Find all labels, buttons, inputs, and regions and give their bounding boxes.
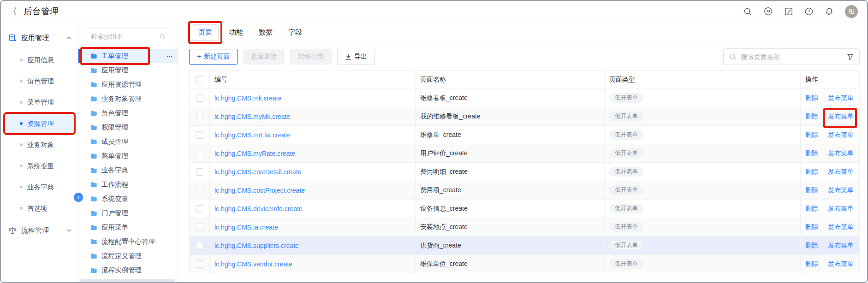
- delete-link[interactable]: 删除: [805, 260, 818, 268]
- row-checkbox[interactable]: [196, 168, 203, 176]
- group-item-app-management[interactable]: 应用管理: [78, 63, 178, 77]
- filter-icon[interactable]: [847, 53, 854, 60]
- delete-link[interactable]: 删除: [805, 131, 818, 139]
- page-name: 用户评价_create: [420, 149, 468, 158]
- page-code-link[interactable]: lc.hghg.CMS.costDetail.create: [214, 168, 301, 176]
- page-code-link[interactable]: lc.hghg.CMS.costProject.create: [214, 187, 305, 194]
- group-item-process-definition-management[interactable]: 流程定义管理: [78, 249, 178, 263]
- page-code-link[interactable]: lc.hghg.CMS.vendor.create: [214, 260, 292, 268]
- group-item-label: 业务对象管理: [101, 94, 142, 103]
- sidebar-section-app-management[interactable]: 应用管理: [1, 28, 78, 48]
- delete-link[interactable]: 删除: [805, 223, 818, 231]
- delete-link[interactable]: 删除: [805, 168, 818, 176]
- delete-link[interactable]: 删除: [805, 205, 818, 213]
- row-checkbox[interactable]: [196, 260, 203, 268]
- action-divider: [823, 242, 823, 248]
- delete-link[interactable]: 删除: [805, 149, 818, 158]
- publish-menu-link[interactable]: 发布菜单: [828, 168, 854, 176]
- page-code-link[interactable]: lc.hghg.CMS.myRate.create: [214, 150, 295, 157]
- horizontal-scrollbar[interactable]: [80, 279, 175, 282]
- sidebar-item-app-info[interactable]: 应用信息: [5, 51, 74, 69]
- action-divider: [823, 113, 823, 119]
- sidebar-item-preferences[interactable]: 首选项: [5, 199, 74, 218]
- page-type-cell: 低开表单: [605, 218, 801, 236]
- group-item-menu-management[interactable]: 菜单管理: [78, 149, 178, 163]
- group-item-permission-management[interactable]: 权限管理: [78, 120, 178, 135]
- select-all-checkbox[interactable]: [196, 76, 203, 83]
- ai-assistant-icon[interactable]: AI: [763, 6, 773, 16]
- group-item-app-menu[interactable]: 应用菜单: [78, 220, 178, 235]
- sidebar-item-menu-management[interactable]: 菜单管理: [5, 93, 74, 112]
- group-item-process-config-center-management[interactable]: 流程配置中心管理: [78, 235, 178, 249]
- page-code-link[interactable]: lc.hghg.CMS.mk.create: [214, 94, 282, 102]
- group-item-portal-management[interactable]: 门户管理: [78, 206, 178, 220]
- sidebar-item-system-variables[interactable]: 系统变量: [5, 157, 74, 175]
- page-code-link[interactable]: lc.hghg.CMS.suppliers.create: [214, 242, 299, 249]
- back-button[interactable]: 〈: [8, 7, 17, 16]
- group-search-input[interactable]: [90, 32, 156, 41]
- publish-menu-link[interactable]: 发布菜单: [828, 94, 854, 102]
- help-icon[interactable]: ?: [804, 7, 814, 16]
- search-icon[interactable]: [743, 7, 752, 16]
- row-checkbox[interactable]: [196, 113, 203, 120]
- publish-menu-link[interactable]: 发布菜单: [828, 223, 854, 231]
- export-button[interactable]: 导出: [337, 49, 375, 65]
- sidebar-section-process-management[interactable]: 流程管理: [1, 220, 78, 241]
- page-body: 应用管理 应用信息角色管理菜单管理资源管理业务对象系统变量业务字典首选项 流程管…: [1, 22, 867, 283]
- page-code-link[interactable]: lc.hghg.CMS.myMk.create: [214, 113, 290, 120]
- group-item-app-resource-management[interactable]: 应用资源管理: [78, 77, 178, 92]
- delete-link[interactable]: 删除: [805, 242, 818, 250]
- page-code-link[interactable]: lc.hghg.CMS.ia.create: [214, 224, 278, 231]
- group-item-business-dictionary[interactable]: 业务字典: [78, 163, 178, 177]
- row-checkbox[interactable]: [196, 242, 203, 249]
- page-code-link[interactable]: lc.hghg.CMS.mrList.create: [214, 131, 291, 139]
- row-checkbox[interactable]: [196, 131, 203, 139]
- page-code-link[interactable]: lc.hghg.CMS.deviceInfo.create: [214, 205, 303, 212]
- sidebar-item-business-object[interactable]: 业务对象: [5, 136, 74, 154]
- group-item-system-variables[interactable]: 系统变量: [78, 192, 178, 206]
- delete-link[interactable]: 删除: [805, 112, 818, 121]
- export-label: 导出: [354, 53, 367, 61]
- publish-menu-link[interactable]: 发布菜单: [828, 205, 854, 213]
- group-item-business-object-management[interactable]: 业务对象管理: [78, 92, 178, 106]
- tab-bar: 页面功能数据字段: [178, 22, 867, 43]
- tab-fields[interactable]: 字段: [288, 28, 302, 37]
- group-item-work-order-management[interactable]: 工单管理●●●: [78, 49, 178, 63]
- sidebar-item-business-dictionary[interactable]: 业务字典: [5, 178, 74, 196]
- page-search-input[interactable]: [740, 53, 843, 61]
- publish-menu-link[interactable]: 发布菜单: [828, 260, 854, 268]
- publish-menu-link[interactable]: 发布菜单: [828, 131, 854, 139]
- group-item-process-instance-management[interactable]: 流程实例管理: [78, 263, 178, 277]
- collapse-panel-button[interactable]: ‹: [74, 193, 83, 202]
- publish-menu-link[interactable]: 发布菜单: [828, 242, 854, 250]
- row-checkbox-cell: [190, 144, 210, 162]
- group-item-member-management[interactable]: 成员管理: [78, 135, 178, 149]
- transfer-group-button[interactable]: 转移分组: [290, 49, 332, 65]
- sidebar-item-role-management[interactable]: 角色管理: [5, 72, 74, 90]
- publish-menu-link[interactable]: 发布菜单: [828, 112, 854, 121]
- row-checkbox[interactable]: [196, 224, 203, 231]
- notification-bell-icon[interactable]: [825, 7, 834, 16]
- row-checkbox[interactable]: [196, 94, 203, 102]
- batch-delete-button[interactable]: 批量删除: [243, 49, 285, 65]
- row-checkbox[interactable]: [196, 187, 203, 194]
- more-options-icon[interactable]: ●●●: [166, 55, 173, 58]
- action-divider: [823, 150, 823, 156]
- row-checkbox[interactable]: [196, 205, 203, 212]
- feedback-icon[interactable]: [784, 7, 793, 16]
- row-checkbox[interactable]: [196, 150, 203, 157]
- user-avatar[interactable]: 租: [845, 5, 858, 18]
- delete-link[interactable]: 删除: [805, 94, 818, 102]
- group-search-box: [85, 29, 171, 44]
- table-row: lc.hghg.CMS.ia.create安装地点_create低开表单删除发布…: [190, 218, 859, 236]
- tab-pages[interactable]: 页面: [192, 24, 219, 41]
- group-item-role-management[interactable]: 角色管理: [78, 106, 178, 120]
- tab-data[interactable]: 数据: [259, 28, 273, 37]
- publish-menu-link[interactable]: 发布菜单: [828, 186, 854, 195]
- tab-functions[interactable]: 功能: [229, 28, 243, 37]
- new-page-button[interactable]: + 新建页面: [189, 49, 238, 65]
- publish-menu-link[interactable]: 发布菜单: [828, 149, 854, 158]
- sidebar-item-resource-management[interactable]: 资源管理: [5, 114, 74, 133]
- delete-link[interactable]: 删除: [805, 186, 818, 195]
- group-item-workflow[interactable]: 工作流程: [78, 177, 178, 192]
